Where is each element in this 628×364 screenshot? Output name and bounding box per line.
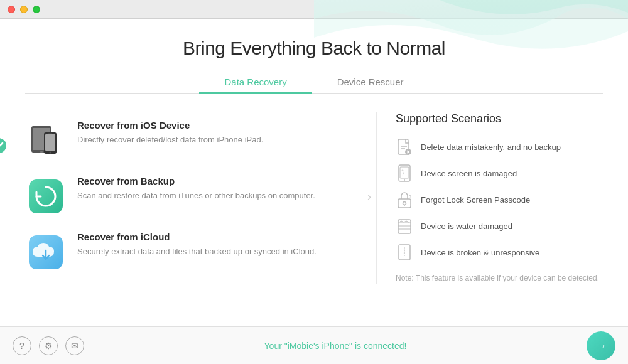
icloud-icon: [25, 232, 66, 272]
main-container: Bring Everything Back to Normal Data Rec…: [0, 19, 628, 326]
maximize-button[interactable]: [33, 6, 40, 13]
svg-text:?: ?: [409, 194, 412, 200]
svg-rect-7: [48, 133, 52, 134]
content-area: Recover from iOS Device Directly recover…: [25, 112, 603, 284]
page-title: Bring Everything Back to Normal: [25, 38, 603, 59]
scenario-passcode: ? Forgot Lock Screen Passcode: [396, 191, 603, 208]
svg-point-6: [49, 151, 51, 153]
ios-item-text: Recover from iOS Device Directly recover…: [77, 120, 263, 146]
bottom-left-icons: ? ⚙ ✉: [13, 336, 84, 355]
help-button[interactable]: ?: [13, 336, 31, 355]
device-screen-icon: [396, 164, 413, 182]
left-column: Recover from iOS Device Directly recover…: [25, 112, 377, 284]
recover-icloud-item[interactable]: Recover from iCloud Securely extract dat…: [25, 224, 364, 280]
titlebar: [0, 0, 628, 19]
arrow-right-icon: →: [595, 338, 607, 353]
next-button[interactable]: →: [587, 331, 615, 360]
svg-rect-17: [399, 165, 410, 181]
broken-icon: !: [396, 244, 413, 261]
svg-rect-18: [400, 167, 409, 178]
connection-status: Your "iMobie's iPhone" is connected!: [264, 341, 407, 351]
selection-indicator: [0, 137, 7, 156]
recover-backup-item[interactable]: Recover from Backup Scan and restore dat…: [25, 168, 364, 224]
scenario-broken: ! Device is broken & unresponsive: [396, 244, 603, 261]
supported-scenarios-title: Supported Scenarios: [396, 112, 603, 126]
backup-icon: [25, 176, 66, 217]
icloud-item-text: Recover from iCloud Securely extract dat…: [77, 232, 317, 258]
scenario-screen: Device screen is damaged: [396, 164, 603, 182]
tab-device-rescuer[interactable]: Device Rescuer: [312, 72, 429, 94]
mail-button[interactable]: ✉: [65, 336, 84, 355]
ios-device-icon: [25, 120, 66, 161]
chevron-divider-icon: ›: [367, 190, 371, 203]
headline: Bring Everything Back to Normal: [25, 19, 603, 72]
scenario-delete: Delete data mistakenly, and no backup: [396, 138, 603, 156]
svg-point-19: [404, 179, 405, 181]
svg-rect-5: [45, 134, 55, 151]
scenario-water: Device is water damaged: [396, 217, 603, 235]
svg-point-21: [403, 202, 406, 205]
lock-icon: ?: [396, 191, 413, 208]
settings-button[interactable]: ⚙: [39, 336, 58, 355]
tabs-container: Data Recovery Device Rescuer: [25, 72, 603, 94]
svg-rect-8: [29, 179, 63, 213]
bottom-bar: ? ⚙ ✉ Your "iMobie's iPhone" is connecte…: [0, 326, 628, 364]
tab-data-recovery[interactable]: Data Recovery: [199, 72, 311, 94]
minimize-button[interactable]: [20, 6, 28, 13]
right-column: Supported Scenarios Delete data mistaken…: [377, 112, 603, 284]
water-icon: [396, 217, 413, 235]
svg-text:!: !: [403, 248, 405, 255]
scenario-note: Note: This feature is available if your …: [396, 272, 603, 284]
close-button[interactable]: [8, 6, 15, 13]
svg-point-3: [40, 151, 43, 153]
backup-item-text: Recover from Backup Scan and restore dat…: [77, 176, 315, 202]
file-delete-icon: [396, 138, 413, 156]
recover-ios-item[interactable]: Recover from iOS Device Directly recover…: [25, 112, 364, 168]
